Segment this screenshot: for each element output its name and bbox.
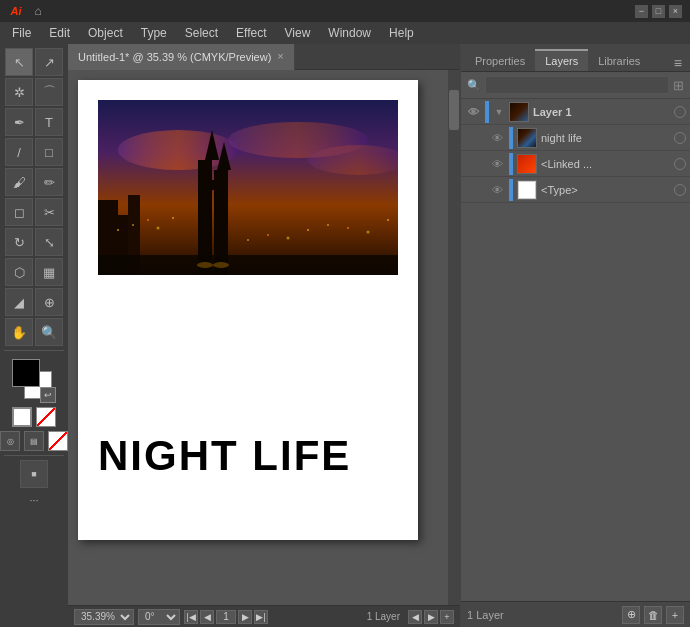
menu-window[interactable]: Window	[320, 24, 379, 42]
nightlife-target[interactable]	[674, 132, 686, 144]
layer-group-1[interactable]: 👁 ▼ Layer 1	[461, 99, 690, 125]
artboard-next-btn[interactable]: ▶	[424, 610, 438, 624]
nightlife-thumb	[517, 128, 537, 148]
delete-layer-btn[interactable]: 🗑	[644, 606, 662, 624]
layer-count: 1 Layer	[467, 609, 618, 621]
scrollbar-right[interactable]	[448, 70, 460, 605]
type-target[interactable]	[674, 184, 686, 196]
make-sublayer-btn[interactable]: ⊕	[622, 606, 640, 624]
eraser-tool[interactable]: ◻	[5, 198, 33, 226]
page-input[interactable]: 1	[216, 610, 236, 624]
close-button[interactable]: ×	[669, 5, 682, 18]
new-layer-btn[interactable]: +	[666, 606, 684, 624]
measure-tool[interactable]: ⊕	[35, 288, 63, 316]
color-section: ↩ ◎ ▤	[2, 359, 66, 451]
status-info: 1 Layer	[367, 611, 400, 622]
chart-tool[interactable]: ▦	[35, 258, 63, 286]
color-boxes[interactable]: ↩	[12, 359, 56, 403]
menu-type[interactable]: Type	[133, 24, 175, 42]
stroke-icon[interactable]	[12, 407, 32, 427]
color-mode-row: ◎ ▤	[0, 431, 68, 451]
menu-select[interactable]: Select	[177, 24, 226, 42]
layer1-target[interactable]	[674, 106, 686, 118]
shape-tool[interactable]: □	[35, 138, 63, 166]
zoom-select[interactable]: 35.39% 50% 100%	[74, 609, 134, 625]
layers-search-row: 🔍 ⊞	[461, 72, 690, 99]
layer-nightlife[interactable]: 👁 night life	[461, 125, 690, 151]
nightlife-color-bar	[509, 127, 513, 149]
line-tool[interactable]: /	[5, 138, 33, 166]
linked-target[interactable]	[674, 158, 686, 170]
svg-point-20	[307, 229, 309, 231]
minimize-button[interactable]: −	[635, 5, 648, 18]
gradient-icon[interactable]: ▤	[24, 431, 44, 451]
pen-tool[interactable]: ✒	[5, 108, 33, 136]
document-tab-close[interactable]: ×	[277, 51, 283, 62]
color-mode-icon[interactable]: ◎	[0, 431, 20, 451]
panel-menu-icon[interactable]: ≡	[670, 55, 686, 71]
svg-point-27	[213, 262, 229, 268]
artboard-prev-btn[interactable]: ◀	[408, 610, 422, 624]
linked-thumb	[517, 154, 537, 174]
night-image	[98, 100, 398, 275]
maximize-button[interactable]: □	[652, 5, 665, 18]
canvas-area: Untitled-1* @ 35.39 % (CMYK/Preview) ×	[68, 44, 460, 627]
type-visibility[interactable]: 👁	[489, 182, 505, 198]
filter-icon[interactable]: ⊞	[673, 78, 684, 93]
menu-help[interactable]: Help	[381, 24, 422, 42]
none-icon[interactable]	[36, 407, 56, 427]
layer-linked[interactable]: 👁 <Linked ...	[461, 151, 690, 177]
lasso-tool[interactable]: ⌒	[35, 78, 63, 106]
menu-edit[interactable]: Edit	[41, 24, 78, 42]
svg-point-17	[247, 239, 249, 241]
nightlife-visibility[interactable]: 👁	[489, 130, 505, 146]
last-page-btn[interactable]: ▶|	[254, 610, 268, 624]
more-tools-btn[interactable]: ···	[29, 494, 38, 506]
type-thumb	[517, 180, 537, 200]
svg-point-16	[172, 217, 174, 219]
tab-libraries[interactable]: Libraries	[588, 50, 650, 71]
pencil-tool[interactable]: ✏	[35, 168, 63, 196]
first-page-btn[interactable]: |◀	[184, 610, 198, 624]
svg-point-15	[157, 227, 160, 230]
rotate-tool[interactable]: ↻	[5, 228, 33, 256]
tab-properties[interactable]: Properties	[465, 50, 535, 71]
reset-colors[interactable]: ↩	[40, 387, 56, 403]
home-icon[interactable]: ⌂	[30, 3, 46, 19]
select-tool[interactable]: ↖	[5, 48, 33, 76]
scrollbar-thumb[interactable]	[449, 90, 459, 130]
prev-page-btn[interactable]: ◀	[200, 610, 214, 624]
angle-select[interactable]: 0° 45° 90°	[138, 609, 180, 625]
document-tab-title: Untitled-1* @ 35.39 % (CMYK/Preview)	[78, 51, 271, 63]
menu-file[interactable]: File	[4, 24, 39, 42]
foreground-color[interactable]	[12, 359, 40, 387]
tab-layers[interactable]: Layers	[535, 49, 588, 71]
layer1-expand[interactable]: ▼	[493, 106, 505, 118]
menu-view[interactable]: View	[277, 24, 319, 42]
draw-mode-btn[interactable]: ■	[20, 460, 48, 488]
artboard-add-btn[interactable]: +	[440, 610, 454, 624]
menu-effect[interactable]: Effect	[228, 24, 274, 42]
eyedropper-tool[interactable]: ◢	[5, 288, 33, 316]
none-mode-icon[interactable]	[48, 431, 68, 451]
next-page-btn[interactable]: ▶	[238, 610, 252, 624]
menu-object[interactable]: Object	[80, 24, 131, 42]
status-bar: 35.39% 50% 100% 0° 45° 90° |◀ ◀ 1 ▶ ▶| 1…	[68, 605, 460, 627]
tab-bar: Untitled-1* @ 35.39 % (CMYK/Preview) ×	[68, 44, 460, 70]
layer1-visibility[interactable]: 👁	[465, 104, 481, 120]
blend-tool[interactable]: ⬡	[5, 258, 33, 286]
layer-type[interactable]: 👁 <Type>	[461, 177, 690, 203]
linked-visibility[interactable]: 👁	[489, 156, 505, 172]
zoom-tool[interactable]: 🔍	[35, 318, 63, 346]
scale-tool[interactable]: ⤡	[35, 228, 63, 256]
type-tool[interactable]: T	[35, 108, 63, 136]
hand-tool[interactable]: ✋	[5, 318, 33, 346]
canvas-scroll[interactable]: NIGHT LIFE	[68, 70, 460, 605]
layers-search-input[interactable]	[485, 76, 669, 94]
magic-wand-tool[interactable]: ✲	[5, 78, 33, 106]
direct-select-tool[interactable]: ↗	[35, 48, 63, 76]
document-tab[interactable]: Untitled-1* @ 35.39 % (CMYK/Preview) ×	[68, 44, 295, 70]
night-life-text: NIGHT LIFE	[98, 432, 351, 480]
paintbrush-tool[interactable]: 🖌	[5, 168, 33, 196]
scissors-tool[interactable]: ✂	[35, 198, 63, 226]
